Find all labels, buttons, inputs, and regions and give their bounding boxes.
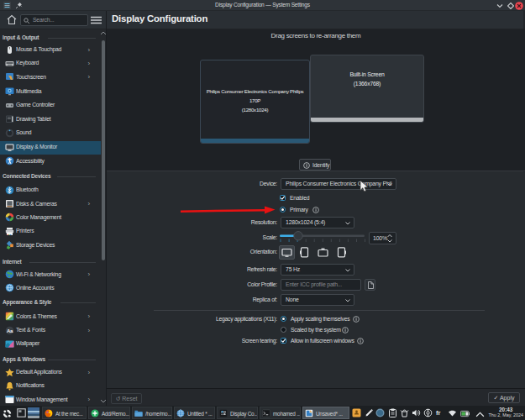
svg-text:Aa: Aa <box>7 328 13 333</box>
